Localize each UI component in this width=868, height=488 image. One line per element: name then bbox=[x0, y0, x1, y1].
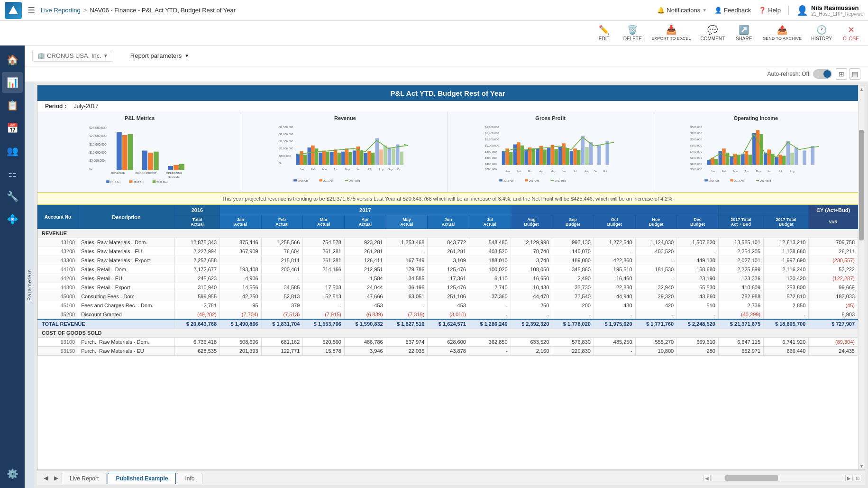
svg-text:$-: $- bbox=[279, 162, 282, 165]
tab-info[interactable]: Info bbox=[177, 473, 202, 484]
report-frame: P&L Act YTD, Budget Rest of Year Period … bbox=[34, 82, 868, 488]
svg-rect-156 bbox=[790, 153, 794, 165]
report-params-btn[interactable]: Report parameters ▼ bbox=[130, 52, 189, 59]
col-2017-budget-header bbox=[511, 205, 718, 215]
th-total-act-bud: 2017 TotalAct + Bud bbox=[718, 215, 763, 229]
svg-rect-90 bbox=[524, 149, 528, 165]
share-button[interactable]: ↗️ SHARE bbox=[734, 25, 753, 41]
report-inner[interactable]: P&L Act YTD, Budget Rest of Year Period … bbox=[37, 85, 858, 470]
hamburger-menu[interactable]: ☰ bbox=[26, 3, 37, 18]
report-inner-wrapper: P&L Act YTD, Budget Rest of Year Period … bbox=[37, 85, 865, 470]
table-view-btn[interactable]: ▤ bbox=[849, 68, 860, 80]
tab-live-report[interactable]: Live Report bbox=[62, 473, 107, 484]
svg-rect-122 bbox=[525, 179, 528, 181]
sidebar-item-user[interactable]: 👥 bbox=[2, 140, 23, 161]
svg-rect-33 bbox=[300, 151, 304, 165]
svg-text:Aug: Aug bbox=[379, 168, 384, 171]
report-area-outer: Parameters P&L Act YTD, Budget Rest of Y… bbox=[25, 82, 868, 488]
comment-button[interactable]: 💬 COMMENT bbox=[701, 25, 725, 41]
svg-text:May: May bbox=[550, 170, 556, 173]
svg-rect-8 bbox=[122, 135, 128, 170]
share-icon: ↗️ bbox=[739, 25, 749, 35]
tab-next-btn[interactable]: ▶ bbox=[51, 473, 61, 483]
svg-text:Jan: Jan bbox=[300, 168, 304, 171]
sidebar-item-home[interactable]: 🏠 bbox=[2, 49, 23, 70]
table-row: 43300 Sales, Raw Materials - Export 2,25… bbox=[38, 256, 858, 265]
svg-rect-157 bbox=[795, 147, 798, 165]
svg-text:Aug: Aug bbox=[790, 170, 795, 173]
sidebar-item-list[interactable]: 📋 bbox=[2, 95, 23, 116]
delete-button[interactable]: 🗑️ DELETE bbox=[623, 25, 642, 41]
edit-button[interactable]: ✏️ EDIT bbox=[594, 25, 613, 41]
close-button[interactable]: ✕ CLOSE bbox=[841, 25, 860, 41]
tab-prev-btn[interactable]: ◀ bbox=[41, 473, 50, 483]
svg-text:$1,600,000: $1,600,000 bbox=[484, 126, 499, 129]
feedback-btn[interactable]: 👤 Feedback bbox=[714, 7, 751, 14]
charts-row: P&L Metrics $25,000,000 $20,000,000 $15,… bbox=[37, 111, 858, 193]
svg-rect-91 bbox=[528, 147, 531, 165]
svg-text:Jun: Jun bbox=[562, 170, 566, 173]
sidebar-item-reports[interactable]: 📊 bbox=[2, 72, 23, 93]
svg-rect-89 bbox=[520, 146, 524, 165]
svg-rect-14 bbox=[174, 165, 179, 170]
sidebar-item-data[interactable]: 💠 bbox=[2, 209, 23, 230]
company-selector[interactable]: 🏢 CRONUS USA, Inc. ▼ bbox=[32, 50, 113, 62]
svg-text:Mar: Mar bbox=[322, 168, 327, 171]
table-row: 44100 Sales, Retail - Dom. 2,172,677 193… bbox=[38, 265, 858, 274]
th-2017-total-budget: 2017 TotalBudget bbox=[764, 215, 809, 229]
sidebar-item-tools[interactable]: 🔧 bbox=[2, 186, 23, 207]
svg-text:$800,000: $800,000 bbox=[690, 126, 702, 129]
svg-text:$2,500,000: $2,500,000 bbox=[279, 126, 293, 129]
th-jul: JulActual bbox=[469, 215, 511, 229]
scroll-right-btn[interactable]: ▶ bbox=[845, 475, 853, 481]
chevron-down-icon-2: ▼ bbox=[184, 53, 189, 58]
svg-rect-38 bbox=[319, 153, 323, 165]
auto-refresh-toggle[interactable] bbox=[813, 69, 832, 79]
svg-text:2017 Act: 2017 Act bbox=[134, 181, 144, 184]
auto-refresh-bar: Auto-refresh: Off ⊞ ▤ bbox=[25, 66, 868, 82]
archive-button[interactable]: 📤 SEND TO ARCHIVE bbox=[763, 25, 802, 41]
svg-rect-58 bbox=[396, 145, 400, 165]
svg-text:$300,000: $300,000 bbox=[690, 157, 702, 159]
view-buttons: ⊞ ▤ bbox=[836, 68, 860, 80]
th-dec: DecBudget bbox=[677, 215, 719, 229]
params-bar: 🏢 CRONUS USA, Inc. ▼ Report parameters ▼ bbox=[25, 46, 868, 66]
notifications-btn[interactable]: 🔔 Notifications ▼ bbox=[657, 7, 707, 14]
svg-rect-32 bbox=[296, 154, 300, 165]
svg-text:REVENUE: REVENUE bbox=[111, 172, 125, 175]
export-button[interactable]: 📥 EXPORT TO EXCEL bbox=[651, 25, 691, 41]
breadcrumb-home[interactable]: Live Reporting bbox=[41, 7, 81, 14]
tab-nav: ◀ ▶ bbox=[41, 473, 61, 483]
help-btn[interactable]: ❓ Help bbox=[758, 7, 781, 14]
svg-text:$15,000,000: $15,000,000 bbox=[89, 143, 107, 146]
breadcrumb-current: NAV06 - Finance - P&L Act YTD, Budget Re… bbox=[90, 7, 236, 14]
th-apr: AprActual bbox=[344, 215, 386, 229]
svg-text:Jun: Jun bbox=[356, 168, 361, 171]
sidebar-item-grid[interactable]: ⚏ bbox=[2, 163, 23, 184]
app-logo bbox=[5, 2, 22, 19]
divider bbox=[788, 6, 789, 15]
user-menu[interactable]: 👤 Nils Rasmussen 21_Huse_ERP_Repviwe bbox=[796, 4, 863, 17]
svg-rect-92 bbox=[531, 148, 535, 165]
tab-published-example[interactable]: Published Example bbox=[108, 473, 176, 484]
svg-text:May: May bbox=[756, 170, 761, 173]
svg-rect-150 bbox=[767, 149, 771, 165]
col-2017-total-header bbox=[718, 205, 808, 215]
svg-rect-52 bbox=[371, 153, 375, 165]
parameters-label[interactable]: Parameters bbox=[25, 82, 34, 488]
sidebar-item-settings[interactable]: ⚙️ bbox=[2, 463, 23, 484]
chart-view-btn[interactable]: ⊞ bbox=[836, 68, 847, 80]
sidebar-item-calendar[interactable]: 📅 bbox=[2, 118, 23, 138]
close-icon: ✕ bbox=[848, 25, 855, 35]
svg-text:$20,000,000: $20,000,000 bbox=[89, 134, 107, 138]
th-feb: FebActual bbox=[261, 215, 303, 229]
history-button[interactable]: 🕐 HISTORY bbox=[811, 25, 832, 41]
svg-text:Oct: Oct bbox=[397, 168, 402, 171]
scroll-left-btn[interactable]: ◀ bbox=[703, 475, 711, 481]
expand-btn[interactable]: ⊡ bbox=[854, 475, 861, 481]
scrollbar-right[interactable]: ▲ ▼ bbox=[858, 85, 865, 470]
scroll-up-btn[interactable]: ▲ bbox=[859, 85, 865, 93]
svg-rect-146 bbox=[752, 133, 756, 165]
scroll-down-btn[interactable]: ▼ bbox=[859, 462, 865, 470]
bottom-scrollbar[interactable] bbox=[712, 475, 844, 481]
